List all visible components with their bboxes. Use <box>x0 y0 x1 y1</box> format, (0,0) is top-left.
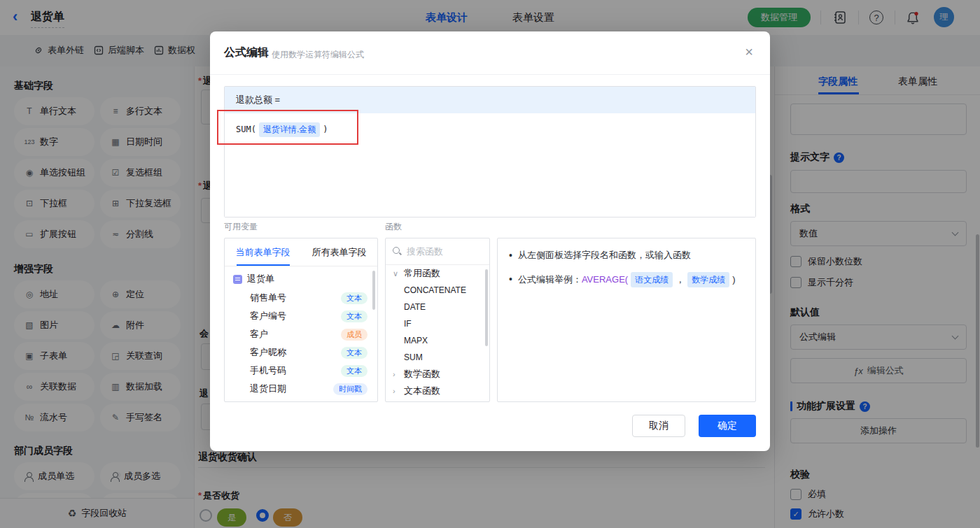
function-item[interactable]: MAPX <box>386 332 489 349</box>
example-chip: 语文成绩 <box>631 272 673 287</box>
functions-panel: ∨常用函数 CONCATENATE DATE IF MAPX SUM ›数学函数… <box>385 238 490 402</box>
functions-scrollbar[interactable] <box>485 269 488 346</box>
caret-right-icon: › <box>393 370 400 378</box>
type-tag: 文本 <box>341 365 368 377</box>
function-item[interactable]: SUM <box>386 349 489 366</box>
caret-right-icon: › <box>393 387 400 395</box>
example-function: AVERAGE( <box>582 274 628 285</box>
formula-body[interactable]: SUM(退货详情.金额) <box>225 113 755 217</box>
variables-scrollbar[interactable] <box>372 271 375 310</box>
close-icon[interactable]: × <box>745 44 753 60</box>
modal-header: 公式编辑 使用数学运算符编辑公式 × <box>210 31 770 75</box>
cancel-button[interactable]: 取消 <box>632 415 685 437</box>
formula-target: 退款总额 = <box>225 87 755 113</box>
modal-title: 公式编辑 <box>224 45 269 60</box>
confirm-button[interactable]: 确定 <box>699 415 756 437</box>
variables-tree: 退货单 销售单号文本 客户编号文本 客户成员 客户昵称文本 手机号码文本 退货日… <box>225 266 377 401</box>
type-tag: 文本 <box>341 347 368 359</box>
help-tip-2: • 公式编辑举例：AVERAGE(语文成绩，数学成绩) <box>509 272 746 287</box>
variable-item[interactable]: 客户成员 <box>225 325 377 343</box>
formula-field-chip[interactable]: 退货详情.金额 <box>259 122 320 137</box>
function-search[interactable] <box>386 238 489 265</box>
formula-function-close: ) <box>323 124 328 134</box>
variable-item[interactable]: 客户昵称文本 <box>225 343 377 362</box>
type-tag: 文本 <box>341 292 368 304</box>
function-item[interactable]: DATE <box>386 299 489 315</box>
help-panel: •从左侧面板选择字段名和函数，或输入函数 • 公式编辑举例：AVERAGE(语文… <box>497 238 756 402</box>
variable-item[interactable]: 销售单号文本 <box>225 289 377 307</box>
type-tag: 时间戳 <box>333 383 368 395</box>
tab-current-form-fields[interactable]: 当前表单字段 <box>225 238 301 266</box>
variable-item[interactable]: 手机号码文本 <box>225 362 377 380</box>
function-item[interactable]: IF <box>386 315 489 332</box>
modal-subtitle: 使用数学运算符编辑公式 <box>272 49 364 61</box>
function-group-text[interactable]: ›文本函数 <box>386 383 489 399</box>
function-item[interactable]: CONCATENATE <box>386 282 489 299</box>
formula-function-open: SUM( <box>236 124 256 134</box>
variables-tabs: 当前表单字段 所有表单字段 <box>225 238 377 266</box>
search-icon <box>393 247 402 256</box>
form-doc-icon <box>233 275 242 284</box>
variables-form-node[interactable]: 退货单 <box>225 269 377 289</box>
functions-label: 函数 <box>385 221 402 233</box>
function-group-common[interactable]: ∨常用函数 <box>386 265 489 282</box>
variable-item[interactable]: 退货日期时间戳 <box>225 380 377 398</box>
tab-all-form-fields[interactable]: 所有表单字段 <box>301 238 377 266</box>
type-tag: 文本 <box>341 311 368 322</box>
formula-editor[interactable]: 退款总额 = SUM(退货详情.金额) <box>224 86 756 217</box>
type-tag: 成员 <box>341 329 368 341</box>
caret-down-icon: ∨ <box>393 269 400 278</box>
variables-label: 可用变量 <box>224 221 258 233</box>
function-search-input[interactable] <box>407 246 477 257</box>
help-tip-1: •从左侧面板选择字段名和函数，或输入函数 <box>509 248 746 263</box>
variables-panel: 当前表单字段 所有表单字段 退货单 销售单号文本 客户编号文本 客户成员 客户昵… <box>224 238 378 402</box>
function-group-math[interactable]: ›数学函数 <box>386 366 489 383</box>
example-chip: 数学成绩 <box>687 272 729 287</box>
variable-item[interactable]: 客户编号文本 <box>225 307 377 325</box>
formula-edit-modal: 公式编辑 使用数学运算符编辑公式 × 退款总额 = SUM(退货详情.金额) 可… <box>210 31 770 451</box>
